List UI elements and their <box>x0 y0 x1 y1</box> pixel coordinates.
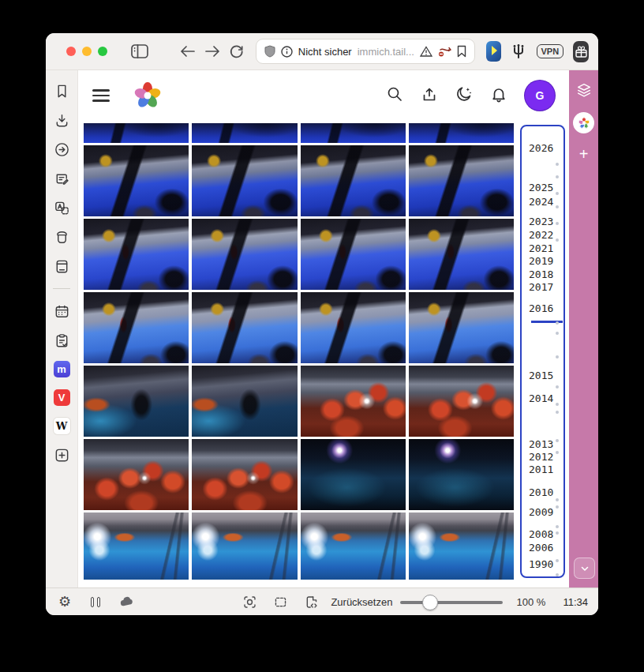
settings-gear-icon[interactable]: ⚙ <box>56 593 73 610</box>
zoom-slider-knob[interactable] <box>422 595 438 610</box>
photo-thumbnail[interactable] <box>192 219 297 290</box>
photo-thumbnail[interactable] <box>301 512 406 580</box>
scrubber-year-label[interactable]: 2013 <box>529 438 553 451</box>
scrubber-year-label[interactable]: 2022 <box>529 229 553 242</box>
back-icon[interactable] <box>180 40 197 62</box>
menu-icon[interactable] <box>92 89 110 102</box>
scrubber-year-label[interactable]: 2021 <box>529 242 553 255</box>
photo-thumbnail[interactable] <box>301 123 406 143</box>
scrubber-year-label[interactable]: 2011 <box>529 464 553 476</box>
photo-thumbnail[interactable] <box>409 292 514 363</box>
photo-thumbnail[interactable] <box>409 219 514 290</box>
gift-icon[interactable] <box>573 41 589 62</box>
scroll-down-button[interactable] <box>574 557 595 579</box>
scrubber-dot <box>556 355 559 359</box>
scrubber-year-label[interactable]: 2025 <box>529 182 553 194</box>
zoom-window-button[interactable] <box>98 47 107 56</box>
scrubber-year-label[interactable]: 2006 <box>529 542 553 554</box>
break-mode-icon[interactable] <box>87 593 104 610</box>
zoom-slider-track[interactable] <box>400 601 503 604</box>
photo-thumbnail[interactable] <box>192 145 297 216</box>
sidebar-toggle-icon[interactable] <box>131 40 148 62</box>
photo-thumbnail[interactable] <box>301 219 406 290</box>
photo-thumbnail[interactable] <box>192 123 297 143</box>
photo-thumbnail[interactable] <box>409 145 514 216</box>
scrubber-year-label[interactable]: 1990 <box>529 558 553 571</box>
forward-icon[interactable] <box>204 40 221 62</box>
dark-mode-icon[interactable] <box>455 85 473 106</box>
calendar-panel-icon[interactable] <box>53 302 70 320</box>
browser-window: Nicht sicher immich.tail... VPN <box>46 33 598 615</box>
translate-panel-icon[interactable] <box>53 199 70 216</box>
tab-stack-icon[interactable] <box>575 81 593 102</box>
sync-cloud-icon[interactable] <box>118 593 135 610</box>
scrubber-year-label[interactable]: 2023 <box>529 216 553 228</box>
scrubber-year-label[interactable]: 2024 <box>529 196 553 208</box>
photo-thumbnail[interactable] <box>84 366 189 437</box>
photo-thumbnail[interactable] <box>301 439 406 510</box>
capture-icon[interactable] <box>241 593 258 610</box>
notes-panel-icon[interactable] <box>53 170 70 187</box>
scrubber-year-label[interactable]: 2012 <box>529 451 553 464</box>
bookmarks-panel-icon[interactable] <box>53 82 70 99</box>
scrubber-year-label[interactable]: 2015 <box>529 370 553 382</box>
vpn-badge[interactable]: VPN <box>537 44 564 58</box>
main-row: m V W <box>46 70 598 588</box>
scrubber-year-label[interactable]: 2019 <box>529 255 553 268</box>
mastodon-panel-icon[interactable]: m <box>54 361 70 377</box>
zoom-reset-button[interactable]: Zurücksetzen <box>331 596 392 608</box>
photo-thumbnail[interactable] <box>409 123 514 143</box>
bookmark-flag-icon[interactable] <box>457 45 466 58</box>
photo-thumbnail[interactable] <box>301 292 406 363</box>
photo-thumbnail[interactable] <box>84 123 189 143</box>
photo-thumbnail[interactable] <box>192 512 297 580</box>
vivaldi-panel-icon[interactable]: V <box>54 389 70 406</box>
photo-thumbnail[interactable] <box>192 439 297 510</box>
scrubber-year-label[interactable]: 2018 <box>529 268 553 281</box>
photo-thumbnail[interactable] <box>84 512 189 580</box>
scrubber-year-label[interactable]: 2008 <box>529 528 553 541</box>
photo-thumbnail[interactable] <box>409 366 514 437</box>
new-tab-button[interactable]: + <box>579 146 589 162</box>
send-panel-icon[interactable] <box>53 141 70 158</box>
photo-thumbnail[interactable] <box>301 366 406 437</box>
search-icon[interactable] <box>386 85 403 106</box>
photo-thumbnail[interactable] <box>84 292 189 363</box>
tasks-panel-icon[interactable] <box>53 332 70 349</box>
immich-logo-icon[interactable] <box>130 78 165 113</box>
photo-thumbnail[interactable] <box>192 366 297 437</box>
add-panel-icon[interactable] <box>53 446 70 464</box>
photo-thumbnail[interactable] <box>84 439 189 510</box>
downloads-panel-icon[interactable] <box>53 111 70 129</box>
avatar[interactable]: G <box>525 81 555 111</box>
close-window-button[interactable] <box>66 47 76 56</box>
scrubber-year-label[interactable]: 2016 <box>529 302 553 315</box>
page-actions-icon[interactable] <box>302 593 320 610</box>
reader-panel-icon[interactable] <box>53 257 70 275</box>
active-tab-immich-icon[interactable] <box>573 112 594 133</box>
reload-icon[interactable] <box>228 40 245 62</box>
scrubber-year-label[interactable]: 2010 <box>529 486 553 499</box>
jar-panel-icon[interactable] <box>53 228 70 246</box>
photo-thumbnail[interactable] <box>84 219 189 290</box>
tiling-icon[interactable] <box>271 593 289 610</box>
scrubber-year-label[interactable]: 2026 <box>529 142 553 155</box>
extension-trident-icon[interactable] <box>511 40 527 62</box>
scrubber-year-label[interactable]: 2014 <box>529 392 553 405</box>
extension-icon[interactable] <box>486 41 501 62</box>
zoom-slider[interactable] <box>400 595 503 609</box>
minimize-window-button[interactable] <box>82 47 92 56</box>
wikipedia-panel-icon[interactable]: W <box>54 418 70 434</box>
photo-grid <box>84 123 514 580</box>
photo-thumbnail[interactable] <box>192 292 297 363</box>
timeline-scrubber[interactable]: 2026202520242023202220212019201820172016… <box>520 125 565 578</box>
photo-thumbnail[interactable] <box>84 145 189 216</box>
photo-thumbnail[interactable] <box>301 145 406 216</box>
notifications-bell-icon[interactable] <box>490 85 507 106</box>
photo-thumbnail[interactable] <box>409 512 514 580</box>
upload-icon[interactable] <box>421 85 438 106</box>
address-bar[interactable]: Nicht sicher immich.tail... <box>256 39 475 64</box>
scrubber-year-label[interactable]: 2017 <box>529 281 553 294</box>
photo-thumbnail[interactable] <box>409 439 514 510</box>
scrubber-year-label[interactable]: 2009 <box>529 506 553 519</box>
